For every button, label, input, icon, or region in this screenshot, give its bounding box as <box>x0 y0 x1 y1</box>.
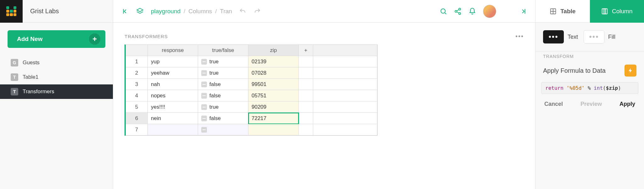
cell-truefalse[interactable]: true <box>198 101 248 113</box>
toggle-icon <box>201 82 207 87</box>
breadcrumb-mid[interactable]: Columns <box>188 8 212 15</box>
table-row: 5 yes!!!! true 90209 <box>126 101 377 113</box>
table-row: 1 yup true 02139 <box>126 56 377 67</box>
apply-formula-label: Apply Formula to Data <box>543 67 606 74</box>
cancel-button[interactable]: Cancel <box>544 101 563 107</box>
cell-response[interactable]: yup <box>148 56 198 67</box>
formula-input[interactable]: return '%05d' % int($zip) <box>541 82 638 94</box>
sidebar-item-guests[interactable]: G Guests <box>0 55 113 70</box>
svg-point-1 <box>459 8 461 10</box>
data-grid: response true/false zip + 1 yup true 021… <box>125 44 378 136</box>
col-header-blank <box>313 45 377 56</box>
cell-truefalse[interactable]: true <box>198 56 248 67</box>
right-panel: Table Column ••• Text ••• Fill TRANSFORM… <box>535 0 644 189</box>
cell-truefalse[interactable]: false <box>198 90 248 101</box>
apply-button[interactable]: Apply <box>619 101 635 107</box>
rownum[interactable]: 5 <box>126 101 148 113</box>
cell-truefalse[interactable]: false <box>198 113 248 124</box>
plus-icon: + <box>89 33 100 45</box>
layers-icon[interactable] <box>136 7 144 15</box>
col-header-truefalse[interactable]: true/false <box>198 45 248 56</box>
svg-point-0 <box>441 9 445 13</box>
toggle-icon <box>201 104 207 110</box>
cell-response[interactable]: yes!!!! <box>148 101 198 113</box>
sidebar-header: Grist Labs <box>0 0 113 23</box>
avatar[interactable] <box>483 5 496 18</box>
undo-icon[interactable] <box>239 8 247 15</box>
topbar: playground / Columns / Tran <box>113 0 535 23</box>
tab-table[interactable]: Table <box>536 0 590 23</box>
table-row: 2 yeehaw true 07028 <box>126 67 377 79</box>
cell-zip[interactable]: 90209 <box>248 101 299 113</box>
page-icon: T <box>11 88 18 95</box>
sidebar: Grist Labs Add New + G Guests T Table1 T… <box>0 0 113 189</box>
dots-icon: ••• <box>584 30 604 43</box>
app-logo[interactable] <box>0 0 23 23</box>
cell-zip[interactable]: 02139 <box>248 56 299 67</box>
sidebar-item-label: Table1 <box>23 74 38 80</box>
breadcrumb-leaf[interactable]: Tran <box>220 8 232 15</box>
fill-color-button[interactable]: ••• Fill <box>584 30 615 43</box>
add-column-button[interactable]: + <box>299 45 313 56</box>
toggle-icon <box>201 70 207 76</box>
toggle-icon <box>201 116 207 121</box>
cell-response[interactable]: nopes <box>148 90 198 101</box>
table-row-empty: 7 <box>126 124 377 135</box>
collapse-left-icon[interactable] <box>122 8 129 15</box>
table-row: 3 nah false 99501 <box>126 79 377 90</box>
svg-rect-6 <box>604 9 606 14</box>
toggle-icon <box>201 59 207 65</box>
add-new-button[interactable]: Add New + <box>8 30 105 48</box>
dots-icon: ••• <box>543 30 564 43</box>
tab-column[interactable]: Column <box>590 0 644 23</box>
toggle-icon <box>201 93 207 99</box>
cell-zip[interactable]: 72217 <box>248 113 299 124</box>
svg-point-2 <box>455 10 457 12</box>
breadcrumb-root[interactable]: playground <box>151 8 180 15</box>
table-title: TRANSFORMERS <box>125 34 168 39</box>
transform-section-title: TRANSFORM <box>536 51 644 63</box>
table-row: 4 nopes false 05751 <box>126 90 377 101</box>
svg-point-3 <box>459 13 461 14</box>
sidebar-item-transformers[interactable]: T Transformers <box>0 84 113 99</box>
search-icon[interactable] <box>440 8 447 15</box>
text-color-button[interactable]: ••• Text <box>543 30 578 43</box>
breadcrumb: playground / Columns / Tran <box>151 8 232 15</box>
cell-zip[interactable] <box>248 124 299 135</box>
cell-zip[interactable]: 99501 <box>248 79 299 90</box>
rownum[interactable]: 3 <box>126 79 148 90</box>
col-header-zip[interactable]: zip <box>248 45 299 56</box>
cell-response[interactable] <box>148 124 198 135</box>
cell-zip[interactable]: 07028 <box>248 67 299 79</box>
cell-response[interactable]: nein <box>148 113 198 124</box>
table-row: 6 nein false 72217 <box>126 113 377 124</box>
cell-response[interactable]: nah <box>148 79 198 90</box>
rownum[interactable]: 1 <box>126 56 148 67</box>
cell-zip[interactable]: 05751 <box>248 90 299 101</box>
bell-icon[interactable] <box>469 8 476 15</box>
main: playground / Columns / Tran <box>113 0 535 189</box>
table-menu-icon[interactable]: ••• <box>515 33 524 40</box>
bolt-icon[interactable] <box>625 65 636 77</box>
rownum-header[interactable] <box>126 45 148 56</box>
share-icon[interactable] <box>454 8 462 15</box>
rownum[interactable]: 2 <box>126 67 148 79</box>
redo-icon[interactable] <box>253 8 261 15</box>
sidebar-item-label: Transformers <box>23 89 54 95</box>
toggle-icon <box>201 127 207 133</box>
cell-truefalse[interactable]: false <box>198 79 248 90</box>
page-icon: G <box>11 59 18 66</box>
rownum[interactable]: 7 <box>126 124 148 135</box>
rownum[interactable]: 6 <box>126 113 148 124</box>
sidebar-item-table1[interactable]: T Table1 <box>0 70 113 84</box>
cell-truefalse[interactable]: true <box>198 67 248 79</box>
org-name[interactable]: Grist Labs <box>23 8 113 15</box>
col-header-response[interactable]: response <box>148 45 198 56</box>
cell-truefalse[interactable] <box>198 124 248 135</box>
nav-list: G Guests T Table1 T Transformers <box>0 55 113 99</box>
collapse-right-icon[interactable] <box>519 8 526 15</box>
add-new-label: Add New <box>17 36 42 43</box>
cell-response[interactable]: yeehaw <box>148 67 198 79</box>
rownum[interactable]: 4 <box>126 90 148 101</box>
preview-button[interactable]: Preview <box>580 101 602 107</box>
